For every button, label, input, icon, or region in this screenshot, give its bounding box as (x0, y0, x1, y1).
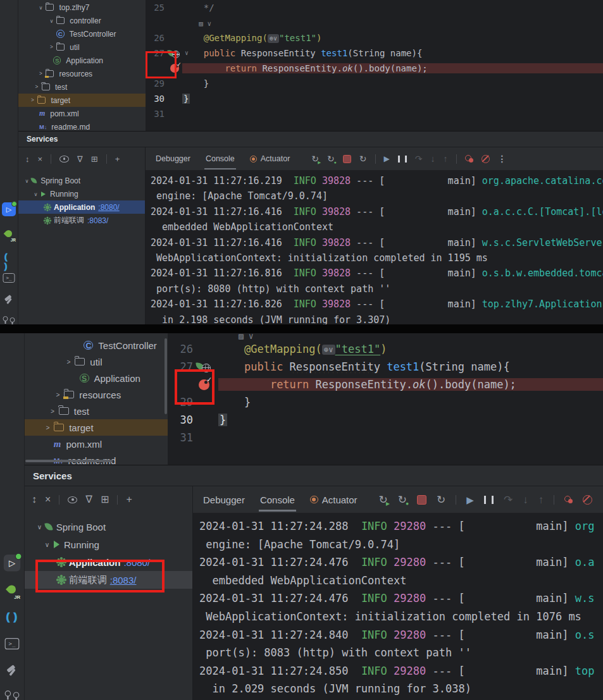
build-hammer-icon[interactable] (5, 665, 19, 677)
project-tree-item-application[interactable]: SApplication (18, 54, 146, 67)
services-icon[interactable]: ▷ (2, 202, 16, 216)
update-application-icon[interactable]: ↻ (398, 494, 407, 505)
port-link[interactable]: :8080/ (123, 557, 150, 568)
mute-breakpoints-icon[interactable] (583, 495, 592, 505)
project-tree-item-test[interactable]: >test (18, 80, 146, 94)
tree-expanded-arrow-icon[interactable]: ∨ (47, 18, 56, 24)
pause-icon[interactable] (484, 496, 494, 504)
open-in-new-tab-icon[interactable]: ⊞ (91, 155, 98, 163)
service-item-running[interactable]: ∨Running (24, 536, 192, 553)
globe-dropdown-chip-icon[interactable]: ⊕∨ (268, 34, 279, 43)
tab-debugger[interactable]: Debugger (203, 494, 245, 505)
filter-icon[interactable]: ∇ (85, 494, 92, 505)
port-link[interactable]: :8080/ (98, 203, 119, 212)
step-over-icon[interactable]: ↷ (415, 154, 423, 163)
tree-collapsed-arrow-icon[interactable]: > (42, 424, 53, 431)
port-link[interactable]: :8083/ (110, 575, 137, 586)
endpoints-icon[interactable] (5, 691, 20, 697)
jrebel-rocket-icon[interactable] (3, 229, 15, 242)
globe-dropdown-chip-icon[interactable]: ⊕∨ (322, 345, 335, 355)
tree-expanded-arrow-icon[interactable]: ∨ (23, 178, 31, 184)
tree-expanded-arrow-icon[interactable]: ∨ (37, 4, 45, 11)
step-into-icon[interactable]: ↓ (431, 154, 435, 163)
step-out-icon[interactable]: ↑ (444, 154, 448, 163)
stop-icon[interactable] (417, 495, 426, 505)
tree-expanded-arrow-icon[interactable]: ∨ (42, 541, 53, 548)
tree-collapsed-arrow-icon[interactable]: > (47, 44, 56, 50)
endpoints-icon[interactable] (3, 316, 15, 321)
vertical-scrollbar[interactable] (165, 338, 167, 414)
terminal-icon[interactable]: >_ (3, 273, 15, 283)
tree-collapsed-arrow-icon[interactable]: > (28, 97, 37, 103)
expand-all-icon[interactable]: ↕ (25, 155, 30, 163)
filter-icon[interactable]: ∇ (77, 155, 83, 163)
project-tree-item-controller[interactable]: ∨controller (18, 14, 146, 27)
add-service-icon[interactable]: + (115, 155, 120, 163)
tab-console[interactable]: Console (206, 154, 235, 163)
project-tree-item-pom-xml[interactable]: mpom.xml (18, 107, 146, 120)
project-tree-item-pom-xml[interactable]: mpom.xml (24, 436, 168, 452)
restart-icon[interactable]: ↻ (359, 154, 367, 163)
more-options-icon[interactable]: ⋮ (498, 154, 507, 163)
rerun-icon[interactable]: ↻ (311, 154, 319, 163)
tree-expanded-arrow-icon[interactable]: ∨ (34, 524, 45, 531)
project-tree-item-application[interactable]: SApplication (24, 370, 168, 386)
terminal-icon[interactable]: >_ (5, 638, 20, 649)
horizontal-scrollbar[interactable] (25, 460, 113, 462)
tree-collapsed-arrow-icon[interactable]: > (33, 84, 41, 90)
console-output[interactable]: 2024-01-31 11:27:24.288 INFO 29280 --- [… (193, 513, 603, 700)
tree-collapsed-arrow-icon[interactable]: > (37, 71, 45, 77)
resume-icon[interactable]: ▶ (466, 495, 474, 505)
service-item-前端联调[interactable]: 前端联调:8083/ (18, 214, 145, 227)
view-breakpoints-icon[interactable] (465, 155, 473, 163)
tree-expanded-arrow-icon[interactable]: ∨ (32, 191, 40, 197)
breakpoint-verified-icon[interactable] (199, 379, 209, 390)
project-tree-item-util[interactable]: >util (24, 353, 168, 370)
code-brackets-icon[interactable]: ( ) (6, 611, 18, 623)
jrebel-rocket-icon[interactable] (4, 584, 20, 599)
gear-inlay-icon[interactable]: ▨ ∨ (218, 333, 254, 341)
tab-console[interactable]: Console (260, 494, 295, 505)
collapse-all-icon[interactable]: × (38, 155, 43, 163)
mute-breakpoints-icon[interactable] (482, 155, 490, 163)
collapse-all-icon[interactable]: × (45, 494, 51, 505)
step-over-icon[interactable]: ↷ (504, 494, 513, 505)
open-in-new-tab-icon[interactable]: ⊞ (101, 494, 109, 505)
tree-collapsed-arrow-icon[interactable]: > (53, 391, 63, 398)
service-item-前端联调[interactable]: 前端联调:8083/ (24, 571, 192, 589)
project-tree-item-top-zlhy7[interactable]: ∨top.zlhy7 (18, 1, 146, 14)
project-tree-item-test[interactable]: >test (24, 403, 168, 419)
console-output[interactable]: 2024-01-31 11:27:16.219 INFO 39828 --- [… (146, 170, 603, 324)
project-tree-item-testcontroller[interactable]: CTestController (18, 27, 146, 40)
tree-collapsed-arrow-icon[interactable]: > (47, 408, 58, 415)
rerun-icon[interactable]: ↻ (379, 494, 388, 505)
project-tree-item-util[interactable]: >util (18, 40, 146, 54)
add-service-icon[interactable]: + (126, 494, 132, 505)
project-tree-item-resources[interactable]: >resources (24, 386, 168, 403)
update-application-icon[interactable]: ↻ (327, 154, 335, 163)
step-out-icon[interactable]: ↑ (538, 494, 544, 505)
gear-inlay-icon[interactable]: ▨ ∨ (182, 20, 211, 28)
service-item-running[interactable]: ∨Running (18, 187, 145, 200)
services-icon[interactable]: ▷ (4, 555, 20, 571)
tree-collapsed-arrow-icon[interactable]: > (63, 359, 74, 365)
project-tree-item-target[interactable]: >target (18, 94, 146, 107)
stop-icon[interactable] (343, 155, 351, 163)
step-into-icon[interactable]: ↓ (523, 494, 528, 505)
resume-icon[interactable]: ▶ (384, 155, 390, 163)
project-tree-item-readme-md[interactable]: M↓readme.md (24, 452, 168, 465)
project-tree-item-resources[interactable]: >resources (18, 67, 146, 80)
view-options-eye-icon[interactable] (59, 156, 69, 163)
service-item-spring-boot[interactable]: ∨Spring Boot (24, 518, 192, 536)
project-tree-item-readme-md[interactable]: M↓readme.md (18, 120, 146, 131)
tab-actuator[interactable]: Actuator (250, 154, 290, 163)
service-item-spring-boot[interactable]: ∨Spring Boot (18, 174, 145, 187)
restart-icon[interactable]: ↻ (437, 494, 445, 505)
view-breakpoints-icon[interactable] (564, 496, 573, 503)
breakpoint-verified-icon[interactable] (170, 64, 179, 73)
tab-debugger[interactable]: Debugger (156, 154, 190, 163)
tab-actuator[interactable]: Actuator (310, 494, 357, 505)
service-item-application[interactable]: Application:8080/ (18, 200, 145, 214)
project-tree-item-target[interactable]: >target (24, 419, 168, 436)
expand-all-icon[interactable]: ↕ (32, 494, 37, 505)
